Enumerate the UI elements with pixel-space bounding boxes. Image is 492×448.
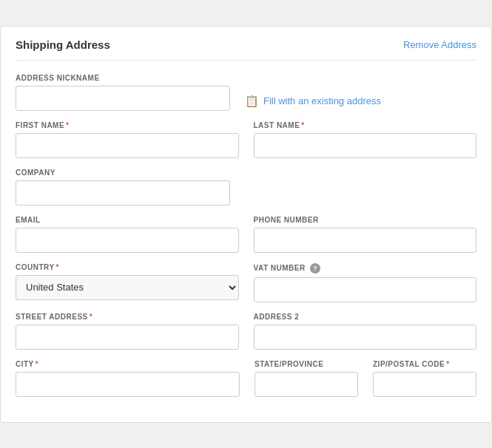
city-input[interactable] bbox=[16, 372, 240, 397]
last-name-input[interactable] bbox=[254, 133, 477, 158]
state-label: STATE/PROVINCE bbox=[255, 360, 358, 368]
email-input[interactable] bbox=[16, 228, 239, 253]
country-select[interactable]: United States Canada United Kingdom Aust… bbox=[16, 275, 239, 300]
address2-label: ADDRESS 2 bbox=[254, 313, 477, 321]
company-row: COMPANY bbox=[16, 169, 476, 206]
address-row: STREET ADDRESS* ADDRESS 2 bbox=[16, 313, 476, 350]
zip-required: * bbox=[446, 360, 449, 368]
first-name-label: FIRST NAME* bbox=[16, 121, 239, 129]
company-group: COMPANY bbox=[16, 169, 230, 206]
country-group: COUNTRY* United States Canada United Kin… bbox=[16, 263, 239, 302]
vat-group: VAT NUMBER ? bbox=[254, 263, 477, 302]
fill-existing-link[interactable]: 📋 Fill with an existing address bbox=[245, 95, 381, 108]
phone-label: PHONE NUMBER bbox=[254, 216, 477, 224]
city-required: * bbox=[36, 360, 38, 368]
email-group: EMAIL bbox=[16, 216, 239, 253]
vat-label: VAT NUMBER ? bbox=[254, 263, 477, 274]
email-phone-row: EMAIL PHONE NUMBER bbox=[16, 216, 476, 253]
country-label: COUNTRY* bbox=[16, 263, 239, 271]
street-address-label: STREET ADDRESS* bbox=[16, 313, 239, 321]
street-required: * bbox=[90, 313, 92, 321]
form-body: ADDRESS NICKNAME 📋 Fill with an existing… bbox=[16, 74, 476, 407]
name-row: FIRST NAME* LAST NAME* bbox=[16, 121, 476, 158]
zip-label: ZIP/POSTAL CODE* bbox=[373, 360, 476, 368]
spacer bbox=[245, 169, 476, 206]
address-nickname-group: ADDRESS NICKNAME bbox=[16, 74, 230, 111]
last-name-group: LAST NAME* bbox=[254, 121, 477, 158]
phone-group: PHONE NUMBER bbox=[254, 216, 477, 253]
street-address-group: STREET ADDRESS* bbox=[16, 313, 239, 350]
remove-address-link[interactable]: Remove Address bbox=[403, 39, 476, 50]
country-required: * bbox=[56, 263, 59, 271]
country-vat-row: COUNTRY* United States Canada United Kin… bbox=[16, 263, 476, 302]
city-group: CITY* bbox=[16, 360, 240, 397]
company-label: COMPANY bbox=[16, 169, 230, 177]
state-group: STATE/PROVINCE bbox=[255, 360, 358, 397]
address2-group: ADDRESS 2 bbox=[254, 313, 477, 350]
zip-group: ZIP/POSTAL CODE* bbox=[373, 360, 476, 397]
card-header: Shipping Address Remove Address bbox=[16, 38, 476, 61]
fill-link-text: Fill with an existing address bbox=[263, 95, 381, 106]
city-state-zip-row: CITY* STATE/PROVINCE ZIP/POSTAL CODE* bbox=[16, 360, 476, 397]
first-name-input[interactable] bbox=[16, 133, 239, 158]
address-nickname-label: ADDRESS NICKNAME bbox=[16, 74, 230, 82]
last-name-required: * bbox=[301, 121, 304, 129]
address-nickname-input[interactable] bbox=[16, 86, 230, 111]
card-title: Shipping Address bbox=[16, 38, 110, 51]
address2-input[interactable] bbox=[254, 325, 477, 350]
state-input[interactable] bbox=[255, 372, 358, 397]
street-address-input[interactable] bbox=[16, 325, 239, 350]
city-label: CITY* bbox=[16, 360, 240, 368]
fill-icon: 📋 bbox=[245, 95, 259, 108]
nickname-fill-row: ADDRESS NICKNAME 📋 Fill with an existing… bbox=[16, 74, 476, 111]
first-name-required: * bbox=[66, 121, 69, 129]
vat-help-icon[interactable]: ? bbox=[310, 263, 320, 274]
zip-input[interactable] bbox=[373, 372, 476, 397]
shipping-address-card: Shipping Address Remove Address ADDRESS … bbox=[0, 26, 492, 423]
vat-input[interactable] bbox=[254, 277, 477, 302]
company-input[interactable] bbox=[16, 180, 230, 206]
phone-input[interactable] bbox=[254, 228, 477, 253]
first-name-group: FIRST NAME* bbox=[16, 121, 239, 158]
fill-link-group: 📋 Fill with an existing address bbox=[245, 95, 476, 111]
email-label: EMAIL bbox=[16, 216, 239, 224]
last-name-label: LAST NAME* bbox=[254, 121, 477, 129]
